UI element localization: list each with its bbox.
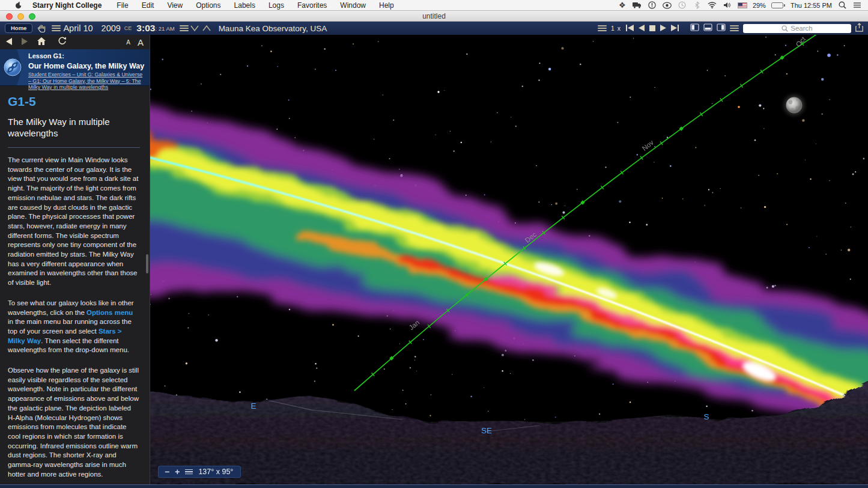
sky-canvas[interactable]: Jan Dec Nov Oct: [150, 35, 868, 484]
battery-percent-label: 29%: [753, 2, 766, 9]
creative-cloud-icon[interactable]: [663, 1, 672, 10]
rate-menu-icon[interactable]: [598, 24, 607, 32]
options-menu-link[interactable]: Options menu: [86, 309, 133, 316]
search-placeholder: Search: [791, 25, 812, 32]
pane-layout-right-icon[interactable]: [717, 23, 726, 34]
time-menu-icon[interactable]: [180, 24, 189, 32]
section-id: G1-5: [8, 94, 140, 109]
compass-south-label: S: [703, 412, 709, 421]
section-divider: [8, 147, 140, 148]
close-window-button[interactable]: [6, 13, 13, 20]
share-button[interactable]: [855, 23, 863, 34]
toolbar-time-seconds: : 21 AM: [155, 25, 174, 32]
time-machine-icon[interactable]: [678, 1, 687, 10]
zoom-in-button[interactable]: +: [175, 468, 180, 476]
hand-pan-tool-icon[interactable]: [38, 24, 46, 32]
menu-file[interactable]: File: [110, 1, 135, 10]
spotlight-search-icon[interactable]: [837, 1, 847, 10]
dropbox-icon[interactable]: ❖: [618, 1, 627, 10]
stop-button[interactable]: [649, 23, 655, 34]
minimize-window-button[interactable]: [17, 13, 24, 20]
pane-layout-split-icon[interactable]: [703, 23, 712, 34]
toolbar-year[interactable]: 2009: [102, 23, 121, 33]
menu-logs[interactable]: Logs: [262, 1, 291, 10]
breadcrumb[interactable]: Student Exercises – Unit G: Galaxies & U…: [28, 72, 146, 91]
window-title-bar[interactable]: untitled: [0, 11, 868, 22]
pane-layout-single-icon[interactable]: [690, 23, 699, 34]
lesson-paragraph-1: The current view in Main Window looks to…: [8, 156, 139, 288]
lesson-body: G1-5 The Milky Way in multiple wavelengt…: [0, 86, 150, 480]
alert-menu-icon[interactable]: [648, 1, 657, 10]
app-toolbar: Home April 10 2009 CE 3:03 : 21 AM Mauna…: [0, 22, 868, 35]
zoom-window-button[interactable]: [29, 13, 35, 20]
galaxy-lesson-icon: [0, 49, 22, 85]
menu-labels[interactable]: Labels: [228, 1, 262, 10]
compass-southeast-label: SE: [481, 426, 492, 435]
input-source-flag-icon[interactable]: [738, 2, 747, 8]
notification-center-icon[interactable]: [852, 1, 862, 10]
moon[interactable]: [785, 96, 804, 115]
lesson-title: Our Home Galaxy, the Milky Way: [28, 63, 146, 70]
section-title: The Milky Way in multiple wavelengths: [8, 116, 128, 139]
delivery-app-icon[interactable]: [633, 1, 642, 10]
menu-view[interactable]: View: [160, 1, 189, 10]
sidebar-scrollbar-thumb[interactable]: [146, 254, 148, 273]
zoom-menu-icon[interactable]: [185, 468, 193, 475]
search-input[interactable]: Search: [743, 24, 851, 33]
macos-menu-bar: Starry Night College File Edit View Opti…: [0, 0, 868, 11]
compass-east-label: E: [250, 401, 256, 410]
nav-forward-icon[interactable]: [20, 37, 28, 47]
app-menu-title[interactable]: Starry Night College: [26, 1, 110, 10]
sky-view[interactable]: Jan Dec Nov Oct: [150, 35, 868, 484]
date-menu-icon[interactable]: [52, 24, 61, 32]
viewing-location-label[interactable]: Mauna Kea Observatory, USA: [219, 24, 327, 33]
lesson-sidebar: A A Lesson G1: Our Home Galaxy, the Milk…: [0, 35, 150, 484]
increase-font-button[interactable]: A: [138, 37, 144, 47]
lesson-number-label: Lesson G1:: [28, 52, 146, 60]
battery-icon[interactable]: [771, 2, 785, 8]
step-back-button[interactable]: [639, 23, 645, 34]
starry-night-app-window: Starry Night College File Edit View Opti…: [0, 0, 868, 488]
toolbar-date[interactable]: April 10: [63, 23, 93, 33]
play-button[interactable]: [660, 23, 666, 34]
toolbar-era: CE: [124, 25, 132, 31]
time-step-down-icon[interactable]: [190, 25, 199, 32]
window-title: untitled: [422, 12, 446, 20]
zoom-out-button[interactable]: −: [165, 468, 169, 476]
apple-menu-icon[interactable]: [11, 1, 26, 9]
time-step-up-icon[interactable]: [202, 25, 211, 32]
menubar-clock[interactable]: Thu 12:55 PM: [791, 2, 832, 9]
bluetooth-icon[interactable]: [693, 1, 702, 10]
reload-lesson-icon[interactable]: [58, 37, 66, 47]
lesson-home-icon[interactable]: [37, 37, 46, 47]
panes-menu-icon[interactable]: [730, 24, 739, 32]
field-of-view-label: 137° x 95°: [198, 468, 233, 476]
menu-options[interactable]: Options: [189, 1, 227, 10]
lesson-header: Lesson G1: Our Home Galaxy, the Milky Wa…: [0, 49, 150, 86]
decrease-font-button[interactable]: A: [126, 39, 130, 46]
menu-favorites[interactable]: Favorites: [291, 1, 333, 10]
zoom-control-bar: − + 137° x 95°: [158, 466, 241, 478]
window-bottom-bar: [0, 484, 868, 488]
toolbar-time[interactable]: 3:03: [136, 23, 155, 34]
menu-help[interactable]: Help: [372, 1, 401, 10]
skip-to-end-button[interactable]: [670, 23, 679, 34]
menu-window[interactable]: Window: [333, 1, 372, 10]
menu-edit[interactable]: Edit: [135, 1, 161, 10]
nav-back-icon[interactable]: [6, 37, 13, 47]
volume-icon[interactable]: [723, 1, 732, 10]
sidebar-nav-bar: A A: [0, 35, 150, 49]
time-flow-rate[interactable]: 1 x: [611, 25, 621, 32]
skip-to-start-button[interactable]: [625, 23, 634, 34]
home-view-button[interactable]: Home: [5, 23, 32, 33]
lesson-paragraph-3: Observe how the plane of the galaxy is s…: [8, 366, 139, 479]
lesson-paragraph-2: To see what our galaxy looks like in oth…: [8, 299, 139, 355]
wifi-icon[interactable]: [708, 1, 717, 10]
